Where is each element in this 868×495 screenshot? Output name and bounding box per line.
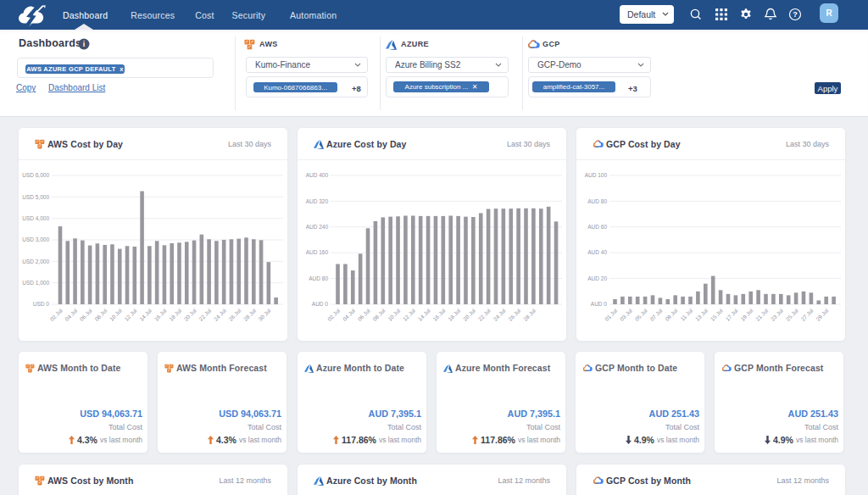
svg-text:01 Jul: 01 Jul — [604, 307, 619, 322]
svg-text:AUD 40: AUD 40 — [587, 249, 607, 255]
svg-text:USD 3,000: USD 3,000 — [22, 236, 49, 242]
svg-text:16 Jul: 16 Jul — [431, 307, 447, 322]
svg-text:?: ? — [793, 10, 798, 19]
svg-text:USD 5,000: USD 5,000 — [22, 194, 49, 200]
svg-text:08 Jul: 08 Jul — [371, 307, 387, 322]
svg-text:28 Jul: 28 Jul — [522, 307, 537, 322]
svg-text:09 Jul: 09 Jul — [664, 307, 679, 322]
svg-text:12 Jul: 12 Jul — [123, 307, 138, 322]
svg-text:20 Jul: 20 Jul — [182, 307, 198, 322]
svg-text:11 Jul: 11 Jul — [679, 307, 693, 321]
svg-text:17 Jul: 17 Jul — [724, 307, 739, 322]
svg-text:10 Jul: 10 Jul — [108, 307, 124, 322]
svg-text:14 Jul: 14 Jul — [417, 307, 432, 322]
svg-text:USD 6,000: USD 6,000 — [22, 172, 49, 178]
svg-text:18 Jul: 18 Jul — [168, 307, 183, 322]
svg-text:28 Jul: 28 Jul — [242, 307, 258, 322]
svg-text:26 Jul: 26 Jul — [227, 307, 242, 322]
svg-text:AUD 80: AUD 80 — [587, 198, 607, 204]
svg-text:02 Jul: 02 Jul — [48, 307, 64, 322]
svg-text:23 Jul: 23 Jul — [770, 307, 785, 322]
svg-text:i: i — [83, 40, 86, 48]
svg-text:12 Jul: 12 Jul — [402, 307, 417, 322]
svg-text:10 Jul: 10 Jul — [387, 307, 402, 322]
svg-text:03 Jul: 03 Jul — [619, 307, 634, 322]
svg-text:30 Jul: 30 Jul — [257, 307, 272, 322]
svg-text:16 Jul: 16 Jul — [153, 307, 168, 322]
svg-text:24 Jul: 24 Jul — [213, 307, 228, 322]
svg-text:14 Jul: 14 Jul — [138, 307, 153, 322]
svg-text:07 Jul: 07 Jul — [648, 307, 664, 322]
svg-text:04 Jul: 04 Jul — [64, 307, 79, 322]
svg-text:AUD 0: AUD 0 — [312, 301, 329, 307]
svg-text:AUD 100: AUD 100 — [585, 172, 608, 178]
svg-text:29 Jul: 29 Jul — [815, 307, 830, 322]
svg-text:AUD 320: AUD 320 — [306, 198, 329, 204]
svg-text:22 Jul: 22 Jul — [477, 307, 492, 322]
svg-text:27 Jul: 27 Jul — [799, 307, 815, 322]
svg-text:18 Jul: 18 Jul — [447, 307, 462, 322]
svg-text:06 Jul: 06 Jul — [79, 307, 94, 322]
svg-text:22 Jul: 22 Jul — [198, 307, 213, 322]
svg-text:06 Jul: 06 Jul — [356, 307, 371, 322]
svg-text:02 Jul: 02 Jul — [326, 307, 342, 322]
svg-text:USD 1,000: USD 1,000 — [22, 280, 49, 286]
svg-text:AUD 240: AUD 240 — [306, 224, 329, 230]
svg-text:25 Jul: 25 Jul — [785, 307, 800, 322]
svg-text:AUD 160: AUD 160 — [306, 249, 329, 255]
svg-text:26 Jul: 26 Jul — [507, 307, 522, 322]
svg-text:USD 4,000: USD 4,000 — [22, 215, 49, 221]
svg-text:24 Jul: 24 Jul — [492, 307, 507, 322]
svg-text:AUD 60: AUD 60 — [587, 224, 607, 230]
svg-text:AUD 0: AUD 0 — [591, 301, 608, 307]
svg-text:21 Jul: 21 Jul — [754, 307, 770, 322]
svg-text:AUD 20: AUD 20 — [587, 275, 607, 281]
svg-text:AUD 400: AUD 400 — [306, 172, 329, 178]
svg-text:08 Jul: 08 Jul — [93, 307, 108, 322]
svg-text:13 Jul: 13 Jul — [694, 307, 709, 322]
svg-text:19 Jul: 19 Jul — [739, 307, 754, 322]
svg-text:AUD 80: AUD 80 — [309, 275, 328, 281]
svg-text:USD 0: USD 0 — [33, 301, 50, 307]
svg-text:15 Jul: 15 Jul — [709, 307, 725, 322]
svg-text:20 Jul: 20 Jul — [462, 307, 477, 322]
svg-text:05 Jul: 05 Jul — [634, 307, 649, 322]
svg-text:04 Jul: 04 Jul — [342, 307, 357, 322]
svg-text:USD 2,000: USD 2,000 — [22, 259, 49, 264]
